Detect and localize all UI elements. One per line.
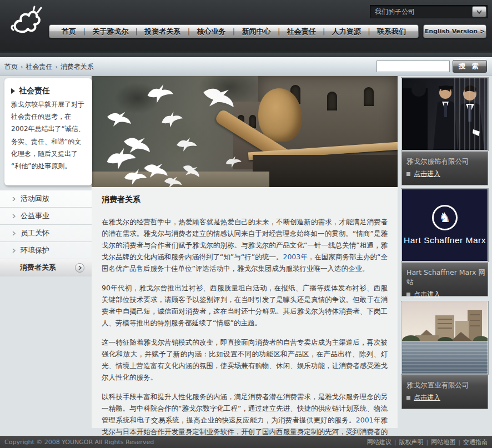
water-reflection (402, 341, 488, 374)
banner-image (92, 76, 398, 187)
promo-company-name: Hart Schaffner Marx 网站 (406, 268, 488, 287)
year-highlight: 2001年 (356, 416, 381, 424)
copyright-text: Copyright © 2008 YOUNGOR All Rights Rese… (4, 439, 154, 446)
nav-separator: | (368, 27, 370, 36)
striped-wall (454, 78, 488, 150)
hsm-horse-icon: ♞ (432, 205, 458, 230)
promo-company-name: 雅戈尔服饰有限公司 (406, 157, 488, 167)
breadcrumb-social-responsibility[interactable]: 社会责任 (26, 62, 52, 72)
realestate-photo (401, 301, 488, 374)
search-button[interactable]: 搜 索 (453, 60, 487, 73)
promo-card-fashion: 雅戈尔服饰有限公司 点击进入 (401, 78, 488, 185)
page-title: 消费者关系 (102, 195, 388, 205)
chevron-right-icon (12, 197, 16, 202)
breadcrumb: 首页 › 社会责任 › 消费者关系 (4, 62, 94, 72)
square-bullet-icon (406, 172, 410, 176)
breadcrumb-separator: › (55, 63, 57, 71)
chevron-right-icon (12, 214, 16, 219)
subsidiary-dropdown[interactable]: 我们的子公司 (370, 5, 488, 18)
nav-separator: | (278, 27, 280, 36)
square-bullet-icon (406, 396, 410, 400)
hsm-logo-image: ♞ Hart Schaffner Marx (401, 189, 488, 261)
intro-box-title-row: 社会责任 (11, 86, 87, 96)
promo-enter-link[interactable]: 点击进入 (406, 169, 488, 179)
chevron-right-icon (12, 248, 16, 253)
youngor-logo-icon (9, 4, 46, 41)
circle-chevron-right-icon (75, 263, 84, 273)
chevron-down-icon[interactable] (472, 6, 486, 17)
sidebar-item-environment[interactable]: 环境保护 (0, 242, 92, 259)
fashion-photo (401, 78, 488, 150)
header-bottom-strip (0, 53, 492, 57)
breadcrumb-bar: 首页 › 社会责任 › 消费者关系 搜 索 (0, 57, 492, 76)
content-paragraph-2: 90年代初，雅戈尔曾推出过衬衫、西服质量坦白活动，在报纸、广播等媒体发布衬衫、西… (102, 282, 388, 329)
nav-item-human-resources[interactable]: 人力资源 (332, 27, 361, 37)
content-paragraph-1: 在雅戈尔的经营哲学中，热爱顾客就是热爱自己的未来，不断创造新的需求，才能满足消费… (102, 216, 388, 274)
suits-art (402, 78, 488, 150)
hsm-logo-text: Hart Schaffner Marx (404, 235, 486, 245)
sidebar-item-employee-care[interactable]: 员工关怀 (0, 225, 92, 242)
hsm-logo-art: ♞ Hart Schaffner Marx (402, 189, 488, 261)
breadcrumb-consumer-relations[interactable]: 消费者关系 (61, 62, 94, 72)
footer-separator: | (394, 439, 396, 446)
search-input[interactable] (376, 61, 450, 72)
nav-separator: | (233, 27, 235, 36)
footer-link-site-feedback[interactable]: 网站建议 (367, 438, 391, 446)
promo-panel: 雅戈尔服饰有限公司 点击进入 (401, 151, 488, 185)
promo-company-name: 雅戈尔置业有限公司 (406, 381, 488, 390)
nav-item-home[interactable]: 首页 (62, 27, 76, 37)
nav-item-contact[interactable]: 联系我们 (377, 27, 406, 37)
nav-separator: | (135, 27, 138, 36)
footer: Copyright © 2008 YOUNGOR All Rights Rese… (0, 436, 492, 448)
nav-item-about[interactable]: 关于雅戈尔 (92, 27, 128, 37)
promo-card-hsm: ♞ Hart Schaffner Marx Hart Schaffner Mar… (401, 189, 488, 296)
nav-item-news-center[interactable]: 新闻中心 (242, 27, 271, 37)
doves-icon (92, 76, 398, 187)
subsidiary-dropdown-label: 我们的子公司 (370, 7, 472, 17)
nav-item-social-responsibility[interactable]: 社会责任 (287, 27, 316, 37)
main-nav: 首页 | 关于雅戈尔 | 投资者关系 | 核心业务 | 新闻中心 | 社会责任 … (49, 24, 419, 38)
arrow-right-icon (11, 88, 15, 94)
nav-separator: | (188, 27, 190, 36)
footer-link-directions[interactable]: 交通指南 (463, 438, 488, 446)
sidebar-item-charity[interactable]: 公益事业 (0, 208, 92, 225)
footer-separator: | (458, 439, 460, 446)
promo-enter-link[interactable]: 点击进入 (406, 290, 488, 299)
square-bullet-icon (406, 293, 410, 296)
nav-item-core-business[interactable]: 核心业务 (197, 27, 225, 37)
english-version-button[interactable]: English Version > (423, 24, 486, 38)
social-responsibility-intro-box: 社会责任 雅戈尔较早就开展了对于社会责任的思考，在2002年总结出了“诚信、务实… (4, 78, 92, 185)
nav-separator: | (323, 27, 325, 36)
promo-card-realestate: 雅戈尔置业有限公司 点击进入 (401, 301, 488, 409)
content-panel: 消费者关系 在雅戈尔的经营哲学中，热爱顾客就是热爱自己的未来，不断创造新的需求，… (92, 187, 398, 428)
intro-box-title: 社会责任 (19, 86, 50, 96)
footer-links: 网站建议 | 版权声明 | 网站地图 | 交通指南 (367, 438, 488, 446)
breadcrumb-separator: › (21, 63, 23, 71)
header: 我们的子公司 首页 | 关于雅戈尔 | 投资者关系 | 核心业务 | 新闻中心 … (0, 0, 492, 57)
sidebar-item-consumer-relations[interactable]: 消费者关系 (0, 259, 92, 276)
footer-link-copyright-notice[interactable]: 版权声明 (399, 438, 424, 446)
year-highlight: 2003年 (283, 253, 307, 261)
promo-panel: Hart Schaffner Marx 网站 点击进入 (401, 262, 488, 296)
side-menu: 活动回放 公益事业 员工关怀 环境保护 消费者关系 (0, 190, 92, 276)
footer-link-sitemap[interactable]: 网站地图 (431, 438, 455, 446)
content-paragraph-3: 这一特征随着雅戈尔营销模式的改变，即直接面向消费者的自营专卖店成为主渠道后，再次… (102, 336, 388, 383)
sidebar-item-activity-review[interactable]: 活动回放 (0, 190, 92, 208)
promo-panel: 雅戈尔置业有限公司 点击进入 (401, 375, 488, 409)
breadcrumb-home[interactable]: 首页 (4, 62, 18, 72)
intro-box-text: 雅戈尔较早就开展了对于社会责任的思考，在2002年总结出了“诚信、务实、责任、和… (11, 98, 87, 172)
page: 我们的子公司 首页 | 关于雅戈尔 | 投资者关系 | 核心业务 | 新闻中心 … (0, 0, 492, 448)
footer-separator: | (426, 439, 429, 446)
chevron-right-icon (12, 231, 16, 236)
nav-separator: | (83, 27, 85, 36)
promo-enter-link[interactable]: 点击进入 (406, 393, 488, 402)
nav-item-investor-relations[interactable]: 投资者关系 (144, 27, 180, 37)
waterfront-art (402, 302, 488, 374)
